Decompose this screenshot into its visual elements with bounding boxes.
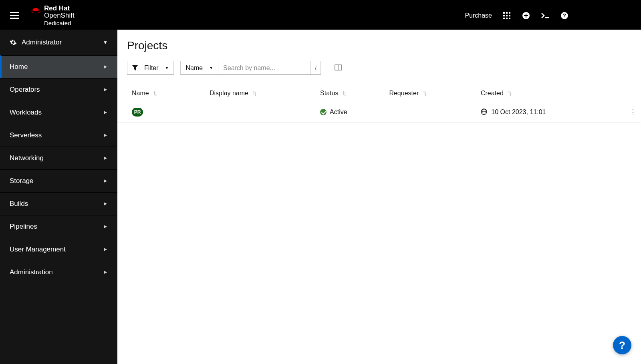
- sidebar-item-label: Operators: [10, 86, 40, 94]
- purchase-link[interactable]: Purchase: [465, 12, 492, 19]
- project-display-name: [206, 102, 317, 123]
- svg-rect-6: [509, 12, 510, 14]
- svg-rect-2: [10, 18, 19, 19]
- hamburger-icon: [10, 12, 19, 19]
- user-menu[interactable]: [579, 10, 631, 21]
- svg-rect-7: [503, 15, 505, 16]
- search-input[interactable]: [218, 61, 310, 74]
- svg-rect-1: [10, 15, 19, 16]
- projects-table: Name⇅ Display name⇅ Status⇅ Requester⇅ C…: [117, 85, 641, 123]
- redhat-hat-icon: [30, 5, 41, 14]
- brand-line-2: OpenShift: [44, 12, 75, 19]
- sidebar-item-label: Home: [10, 63, 28, 71]
- svg-rect-15: [524, 15, 528, 16]
- globe-icon: [481, 109, 487, 115]
- main-content: Projects Filter ▼ Name ▼ /: [117, 30, 641, 364]
- sidebar-item-label: Builds: [10, 200, 28, 208]
- perspective-switcher[interactable]: Administrator ▼: [0, 30, 117, 55]
- masthead-right: Purchase ?: [465, 10, 631, 21]
- sidebar-item-builds[interactable]: Builds ▼: [0, 192, 117, 215]
- name-filter-type-dropdown[interactable]: Name ▼: [181, 61, 218, 74]
- sidebar-item-home[interactable]: Home ▼: [0, 55, 117, 78]
- column-header-created[interactable]: Created⇅: [478, 85, 625, 102]
- sidebar-item-operators[interactable]: Operators ▼: [0, 78, 117, 101]
- name-filter-group: Name ▼ /: [180, 61, 321, 75]
- caret-down-icon: ▼: [103, 40, 108, 45]
- row-actions-button[interactable]: [625, 102, 641, 123]
- sort-icon: ⇅: [508, 90, 512, 97]
- column-header-status[interactable]: Status⇅: [317, 85, 386, 102]
- chevron-right-icon: ▼: [102, 201, 108, 207]
- svg-rect-12: [509, 18, 510, 19]
- sidebar: Administrator ▼ Home ▼ Operators ▼ Workl…: [0, 30, 117, 364]
- sidebar-item-label: Pipelines: [10, 223, 37, 231]
- chevron-right-icon: ▼: [102, 87, 108, 93]
- chevron-right-icon: ▼: [102, 155, 108, 161]
- sidebar-item-administration[interactable]: Administration ▼: [0, 261, 117, 284]
- terminal-button[interactable]: [541, 11, 550, 20]
- sidebar-item-label: Networking: [10, 154, 44, 162]
- plus-circle-icon: [522, 12, 530, 19]
- svg-rect-9: [509, 15, 510, 16]
- search-shortcut-hint: /: [310, 61, 320, 74]
- add-button[interactable]: [522, 11, 530, 20]
- sidebar-item-label: Administration: [10, 268, 53, 276]
- hamburger-menu-button[interactable]: [6, 8, 22, 24]
- help-circle-icon: ?: [561, 12, 568, 19]
- sidebar-item-serverless[interactable]: Serverless ▼: [0, 124, 117, 147]
- sort-icon: ⇅: [153, 90, 157, 97]
- status-cell: Active: [320, 109, 383, 116]
- sidebar-item-label: Serverless: [10, 131, 42, 139]
- svg-rect-10: [503, 18, 505, 19]
- sidebar-item-networking[interactable]: Networking ▼: [0, 147, 117, 169]
- apps-grid-icon: [503, 12, 510, 19]
- sidebar-item-pipelines[interactable]: Pipelines ▼: [0, 215, 117, 238]
- sort-icon: ⇅: [423, 90, 427, 97]
- caret-down-icon: ▼: [165, 66, 169, 70]
- sidebar-item-storage[interactable]: Storage ▼: [0, 169, 117, 192]
- svg-rect-5: [506, 12, 508, 14]
- chevron-right-icon: ▼: [102, 64, 108, 70]
- help-fab[interactable]: ?: [613, 336, 631, 354]
- svg-text:?: ?: [563, 12, 566, 18]
- brand-logo: Red Hat OpenShift Dedicated: [30, 5, 75, 27]
- help-button[interactable]: ?: [560, 11, 569, 20]
- sidebar-item-workloads[interactable]: Workloads ▼: [0, 101, 117, 124]
- project-badge: PR: [132, 108, 143, 117]
- column-header-requester[interactable]: Requester⇅: [386, 85, 477, 102]
- chevron-right-icon: ▼: [102, 247, 108, 252]
- column-header-name[interactable]: Name⇅: [117, 85, 206, 102]
- caret-down-icon: ▼: [209, 66, 213, 70]
- apps-grid-button[interactable]: [502, 11, 511, 20]
- svg-rect-0: [10, 12, 19, 13]
- sidebar-item-label: User Management: [10, 245, 66, 253]
- chevron-right-icon: ▼: [102, 133, 108, 138]
- sidebar-item-user-management[interactable]: User Management ▼: [0, 238, 117, 261]
- masthead: Red Hat OpenShift Dedicated Purchase ?: [0, 2, 641, 30]
- perspective-label: Administrator: [22, 38, 62, 46]
- brand-line-3: Dedicated: [44, 20, 71, 26]
- svg-rect-8: [506, 15, 508, 16]
- chevron-right-icon: ▼: [102, 110, 108, 115]
- filter-label: Filter: [144, 64, 159, 72]
- brand-line-1: Red Hat: [44, 4, 70, 12]
- kebab-icon: [629, 109, 637, 116]
- page-title: Projects: [117, 39, 641, 61]
- column-header-display-name[interactable]: Display name⇅: [206, 85, 317, 102]
- column-management-button[interactable]: [335, 64, 342, 72]
- sort-icon: ⇅: [342, 90, 347, 97]
- filter-dropdown[interactable]: Filter ▼: [127, 61, 174, 75]
- chevron-right-icon: ▼: [102, 224, 108, 229]
- project-requester: [386, 102, 477, 123]
- gear-icon: [10, 39, 17, 46]
- sidebar-item-label: Storage: [10, 177, 34, 185]
- table-row[interactable]: PR Active 10 Oct 2023, 11:01: [117, 102, 641, 123]
- question-mark-icon: ?: [619, 339, 625, 352]
- check-circle-icon: [320, 109, 327, 115]
- filter-icon: [132, 65, 138, 71]
- sort-icon: ⇅: [252, 90, 257, 97]
- chevron-right-icon: ▼: [102, 269, 108, 275]
- chevron-right-icon: ▼: [102, 178, 108, 184]
- terminal-icon: [541, 13, 550, 18]
- status-text: Active: [330, 109, 347, 116]
